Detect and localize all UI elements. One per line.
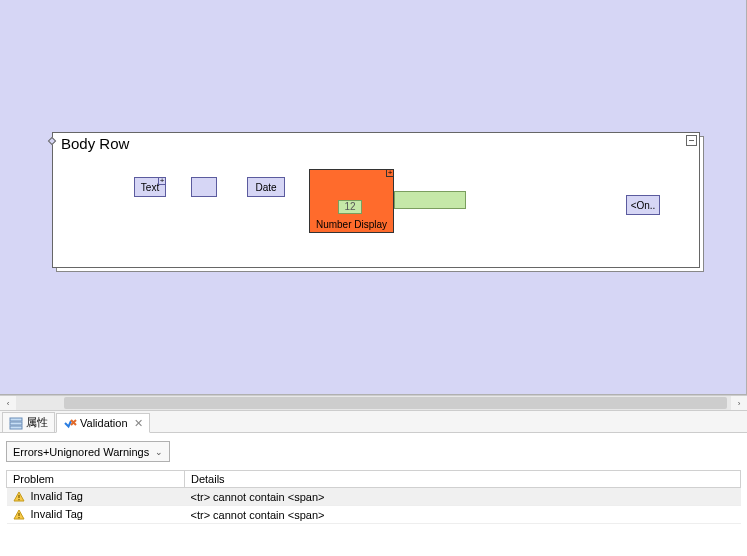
tab-properties-label: 属性 — [26, 415, 48, 430]
svg-rect-2 — [10, 426, 22, 429]
scroll-track[interactable] — [16, 396, 731, 410]
table-row[interactable]: Invalid Tag <tr> cannot contain <span> — [7, 488, 741, 506]
scroll-left-button[interactable]: ‹ — [0, 396, 16, 410]
number-value: 12 — [338, 200, 362, 214]
validation-panel: Errors+Unignored Warnings ⌄ Problem Deta… — [0, 433, 747, 556]
horizontal-scrollbar[interactable]: ‹ › — [0, 395, 747, 411]
text-widget-label: Text — [141, 182, 159, 193]
scroll-right-button[interactable]: › — [731, 396, 747, 410]
collapse-button[interactable]: – — [686, 135, 697, 146]
column-header-details[interactable]: Details — [185, 471, 741, 488]
svg-rect-3 — [18, 495, 19, 498]
date-widget-label: Date — [255, 182, 276, 193]
problems-table: Problem Details Invalid Tag <tr> cannot … — [6, 470, 741, 524]
close-icon[interactable]: ✕ — [134, 417, 143, 430]
tab-validation-label: Validation — [80, 417, 128, 429]
bottom-tabs-bar: 属性 Validation ✕ — [0, 411, 747, 433]
scroll-thumb[interactable] — [64, 397, 727, 409]
design-canvas[interactable]: Body Row – Text + Date + 12 Number Displ… — [0, 0, 747, 395]
body-row[interactable]: Body Row – Text + Date + 12 Number Displ… — [52, 132, 700, 268]
tab-properties[interactable]: 属性 — [2, 412, 55, 432]
problem-text: Invalid Tag — [31, 508, 83, 520]
date-widget[interactable]: Date — [247, 177, 285, 197]
empty-widget[interactable] — [191, 177, 217, 197]
problem-text: Invalid Tag — [31, 490, 83, 502]
expand-icon[interactable]: + — [158, 177, 166, 185]
details-text: <tr> cannot contain <span> — [185, 488, 741, 506]
text-widget[interactable]: Text + — [134, 177, 166, 197]
on-widget[interactable]: <On.. — [626, 195, 660, 215]
number-widget-label: Number Display — [310, 219, 393, 230]
table-row[interactable]: Invalid Tag <tr> cannot contain <span> — [7, 506, 741, 524]
green-field-widget[interactable] — [394, 191, 466, 209]
details-text: <tr> cannot contain <span> — [185, 506, 741, 524]
svg-rect-5 — [18, 513, 19, 516]
svg-rect-4 — [18, 499, 19, 500]
svg-rect-6 — [18, 517, 19, 518]
properties-icon — [9, 416, 23, 430]
validation-icon — [63, 416, 77, 430]
svg-rect-0 — [10, 418, 22, 421]
tab-validation[interactable]: Validation ✕ — [56, 413, 150, 433]
body-row-handle[interactable] — [49, 138, 55, 144]
body-row-container: Body Row – Text + Date + 12 Number Displ… — [52, 132, 705, 272]
warning-icon — [13, 491, 25, 503]
on-widget-label: <On.. — [631, 200, 656, 211]
number-display-widget[interactable]: + 12 Number Display — [309, 169, 394, 233]
svg-rect-1 — [10, 422, 22, 425]
expand-icon[interactable]: + — [386, 169, 394, 177]
chevron-down-icon: ⌄ — [155, 447, 163, 457]
validation-filter-dropdown[interactable]: Errors+Unignored Warnings ⌄ — [6, 441, 170, 462]
body-row-title: Body Row — [61, 135, 129, 152]
validation-filter-label: Errors+Unignored Warnings — [13, 446, 149, 458]
column-header-problem[interactable]: Problem — [7, 471, 185, 488]
warning-icon — [13, 509, 25, 521]
